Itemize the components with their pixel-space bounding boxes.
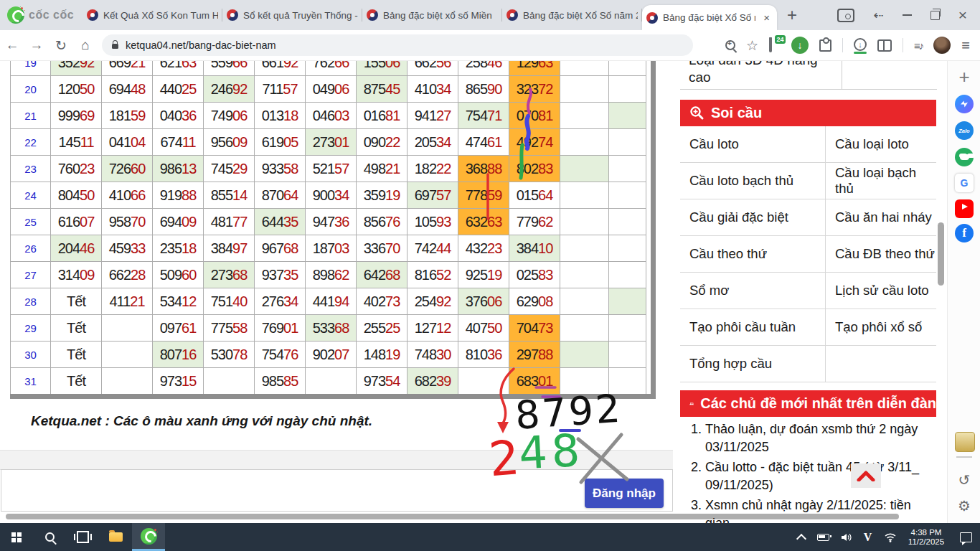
- forum-topic[interactable]: 1.Thảo luận, dự đoán xsmb thứ 2 ngày 03/…: [683, 420, 936, 456]
- history-icon[interactable]: ↺: [955, 471, 974, 489]
- messenger-icon[interactable]: [955, 95, 974, 113]
- prize-cell: 71157: [255, 76, 306, 103]
- prize-cell: 27368: [204, 262, 255, 288]
- taskbar-coccoc-icon[interactable]: [132, 523, 165, 551]
- tab-favicon-icon: [367, 9, 378, 21]
- menu-item[interactable]: Cầu ăn hai nháy: [826, 199, 936, 235]
- zalo-icon[interactable]: Zalo: [955, 121, 974, 140]
- forum-topics-list: 1.Thảo luận, dự đoán xsmb thứ 2 ngày 03/…: [683, 420, 936, 523]
- tab-active[interactable]: Bảng đặc biệt Xổ Số n×: [642, 5, 777, 30]
- prize-cell: 52157: [306, 156, 357, 182]
- prize-cell: 69757: [407, 182, 458, 209]
- taskbar-clock[interactable]: 4:38 PM 11/2/2025: [901, 528, 951, 547]
- game-center-icon[interactable]: [955, 148, 974, 166]
- close-window-button[interactable]: ×: [958, 9, 967, 22]
- save-page-icon[interactable]: ↓: [791, 37, 809, 54]
- vertical-scrollbar[interactable]: [938, 222, 944, 286]
- empty-cell: [560, 61, 609, 76]
- taskbar-file-explorer-icon[interactable]: [99, 523, 132, 551]
- menu-item[interactable]: Sổ mơ: [680, 273, 826, 309]
- taskbar-task-view-icon[interactable]: [66, 523, 99, 551]
- prize-cell: Tết: [51, 288, 102, 315]
- menu-item[interactable]: Tổng hợp cầu: [680, 346, 826, 382]
- facebook-icon[interactable]: f: [955, 224, 974, 242]
- reload-icon[interactable]: ↻: [49, 37, 73, 54]
- url-field[interactable]: ketqua04.net/bang-dac-biet-nam: [102, 34, 693, 56]
- taskbar-start-icon[interactable]: [0, 523, 33, 551]
- address-bar-actions: ☆ 24 ↓ ↓ ≡♪ ≡: [725, 37, 980, 54]
- extensions-icon[interactable]: [819, 39, 831, 52]
- adblock-shield-icon[interactable]: 24: [769, 39, 781, 52]
- table-row: 2731409662285096027368937358986264268816…: [11, 262, 646, 288]
- menu-item[interactable]: Cầu loại bạch thủ: [826, 163, 936, 199]
- taskbar-search-icon[interactable]: [33, 523, 66, 551]
- menu-item[interactable]: Cầu loto: [680, 126, 826, 162]
- forum-topic[interactable]: 2.Cầu lotto - đặc biệt tuần 45 ( từ 3/11…: [683, 458, 936, 494]
- login-button[interactable]: Đăng nhập: [585, 479, 664, 508]
- menu-item[interactable]: Loại dàn 3D 4D nâng cao: [680, 60, 842, 90]
- forward-icon[interactable]: →: [24, 37, 49, 53]
- settings-icon[interactable]: ⚙: [955, 496, 974, 515]
- tab-close-icon[interactable]: ×: [760, 11, 773, 24]
- prize-cell: 53078: [204, 342, 255, 368]
- tab-history-icon[interactable]: ⇠: [873, 8, 883, 23]
- media-playlist-icon[interactable]: ≡♪: [914, 39, 923, 52]
- translate-icon[interactable]: G: [955, 174, 974, 192]
- forum-topic[interactable]: 3.Xsmn chủ nhật ngày 2/11/2025: tiền gia…: [683, 496, 936, 523]
- row-day: 19: [11, 61, 51, 76]
- plus-icon[interactable]: +: [955, 67, 974, 86]
- prize-cell: 38410: [509, 235, 560, 262]
- bookmark-star-icon[interactable]: ☆: [746, 37, 758, 54]
- menu-item[interactable]: Tạo phôi xổ số: [826, 309, 936, 345]
- menu-item[interactable]: Tạo phôi cầu tuần: [680, 309, 826, 345]
- maximize-button[interactable]: [930, 11, 940, 20]
- tab-title: Bảng đặc biệt Xổ Số n: [663, 12, 755, 23]
- profile-avatar[interactable]: [933, 37, 951, 54]
- tab[interactable]: Bảng đặc biệt Xổ Số năm 2: [502, 3, 642, 27]
- row-day: 26: [11, 235, 51, 262]
- auto-group-badge[interactable]: [955, 432, 975, 452]
- action-center-icon[interactable]: [951, 523, 980, 551]
- prize-cell: 27301: [306, 129, 357, 156]
- menu-item[interactable]: Cầu loto bạch thủ: [680, 163, 826, 199]
- tab[interactable]: Sổ kết quả Truyền Thống -: [222, 3, 362, 27]
- battery-icon[interactable]: [812, 523, 834, 551]
- prize-cell: 68301: [509, 368, 560, 395]
- new-tab-button[interactable]: +: [787, 8, 797, 22]
- menu-item[interactable]: Cầu giải đặc biệt: [680, 199, 826, 235]
- volume-icon[interactable]: [834, 523, 857, 551]
- tab[interactable]: Bảng đặc biệt xổ số Miền: [362, 3, 502, 27]
- back-icon[interactable]: ←: [0, 37, 24, 53]
- tray-expand-icon[interactable]: [790, 523, 812, 551]
- row-day: 21: [11, 103, 51, 129]
- search-tabs-icon[interactable]: [837, 9, 854, 22]
- prize-cell: 20446: [51, 235, 102, 262]
- prize-cell: 87064: [255, 182, 306, 209]
- ime-language-icon[interactable]: V: [857, 523, 879, 551]
- sidebar-partial-row: Loại dàn 3D 4D nâng cao: [680, 60, 937, 90]
- scroll-to-top-button[interactable]: [851, 463, 881, 488]
- menu-row: Cầu theo thứCầu ĐB theo thứ: [680, 236, 936, 273]
- lock-icon[interactable]: [112, 44, 118, 49]
- zoom-icon[interactable]: [725, 40, 735, 50]
- prize-cell: 33670: [357, 235, 407, 262]
- menu-row: Cầu loto bạch thủCầu loại bạch thủ: [680, 163, 936, 199]
- prize-cell: 38497: [204, 235, 255, 262]
- menu-item[interactable]: Cầu ĐB theo thứ: [826, 236, 936, 272]
- home-icon[interactable]: ⌂: [73, 37, 98, 53]
- prize-cell: 69409: [153, 209, 204, 235]
- prize-cell: 49274: [509, 129, 560, 156]
- tab[interactable]: Kết Quả Xổ Số Kon Tum H: [83, 3, 222, 27]
- empty-cell: [560, 262, 609, 288]
- menu-item[interactable]: Cầu theo thứ: [680, 236, 826, 272]
- menu-item[interactable]: Cầu loại loto: [826, 126, 936, 162]
- browser-menu-icon[interactable]: ≡: [961, 37, 970, 54]
- menu-item[interactable]: Lịch sử cầu loto: [826, 273, 936, 309]
- youtube-icon[interactable]: [955, 199, 974, 218]
- split-view-icon[interactable]: [877, 39, 892, 52]
- wifi-icon[interactable]: [879, 523, 901, 551]
- prize-cell: 12963: [509, 61, 560, 76]
- prize-cell: 02583: [509, 262, 560, 288]
- minimize-button[interactable]: [903, 14, 912, 16]
- downloads-icon[interactable]: ↓: [854, 38, 867, 52]
